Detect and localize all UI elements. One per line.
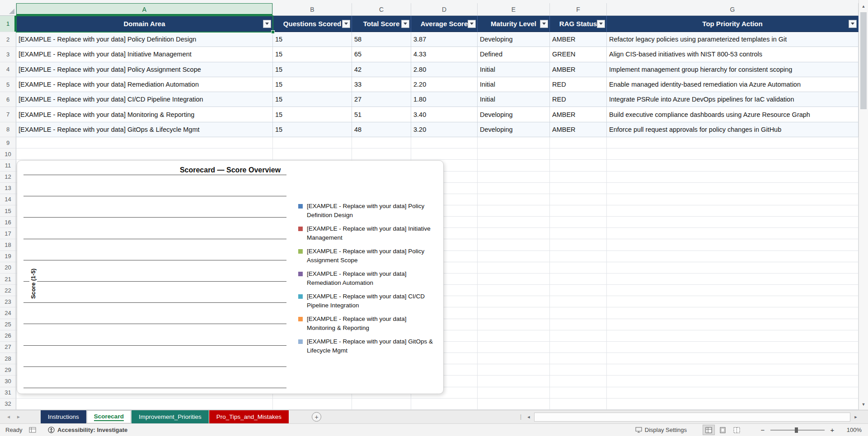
column-header-G[interactable]: G <box>607 3 859 15</box>
cell-F6[interactable]: RED <box>550 92 607 107</box>
cell-E12[interactable] <box>478 172 550 183</box>
row-header-22[interactable]: 22 <box>0 285 16 296</box>
row-header-16[interactable]: 16 <box>0 217 16 228</box>
cell-E23[interactable] <box>478 296 550 307</box>
legend-entry[interactable]: [EXAMPLE - Replace with your data] Monit… <box>298 315 436 333</box>
cell-F25[interactable] <box>550 319 607 330</box>
cell-E13[interactable] <box>478 183 550 194</box>
new-sheet-button[interactable]: + <box>312 412 321 422</box>
cell-F16[interactable] <box>550 217 607 228</box>
cell-F2[interactable]: AMBER <box>550 32 607 47</box>
cell-F7[interactable]: AMBER <box>550 107 607 122</box>
cell-E26[interactable] <box>478 330 550 342</box>
cell-D10[interactable] <box>411 148 478 160</box>
cell-E29[interactable] <box>478 364 550 376</box>
row-header-9[interactable]: 9 <box>0 137 16 148</box>
cell-D1[interactable]: Average Score <box>411 16 478 32</box>
cell-G21[interactable] <box>607 274 859 285</box>
zoom-slider-thumb[interactable] <box>795 427 798 433</box>
scroll-left-icon[interactable]: ◄ <box>524 413 533 422</box>
cell-F1[interactable]: RAG Status <box>550 16 607 32</box>
cell-B8[interactable]: 15 <box>273 122 352 137</box>
cell-E8[interactable]: Developing <box>478 122 550 137</box>
cell-F15[interactable] <box>550 205 607 217</box>
row-header-13[interactable]: 13 <box>0 183 16 194</box>
zoom-slider[interactable] <box>770 430 825 431</box>
cell-C1[interactable]: Total Score <box>352 16 411 32</box>
scroll-down-icon[interactable]: ▼ <box>859 400 868 409</box>
cell-G25[interactable] <box>607 319 859 330</box>
cell-F28[interactable] <box>550 353 607 364</box>
cell-E1[interactable]: Maturity Level <box>478 16 550 32</box>
cell-F18[interactable] <box>550 239 607 250</box>
cell-G22[interactable] <box>607 285 859 296</box>
row-header-19[interactable]: 19 <box>0 251 16 262</box>
cell-G14[interactable] <box>607 194 859 205</box>
row-header-28[interactable]: 28 <box>0 353 16 364</box>
cell-B7[interactable]: 15 <box>273 107 352 122</box>
row-header-5[interactable]: 5 <box>0 77 16 92</box>
row-header-29[interactable]: 29 <box>0 364 16 376</box>
cell-C8[interactable]: 48 <box>352 122 411 137</box>
cell-C2[interactable]: 58 <box>352 32 411 47</box>
cell-G24[interactable] <box>607 307 859 319</box>
cell-G32[interactable] <box>607 399 859 410</box>
cell-D32[interactable] <box>411 399 478 410</box>
page-break-view-icon[interactable] <box>731 425 742 435</box>
cell-C10[interactable] <box>352 148 411 160</box>
cell-C9[interactable] <box>352 137 411 148</box>
horizontal-scrollbar[interactable] <box>534 413 850 422</box>
cell-A2[interactable]: [EXAMPLE - Replace with your data] Polic… <box>16 32 273 47</box>
cell-E20[interactable] <box>478 262 550 274</box>
cell-G10[interactable] <box>607 148 859 160</box>
row-header-2[interactable]: 2 <box>0 32 16 47</box>
legend-entry[interactable]: [EXAMPLE - Replace with your data] Initi… <box>298 224 436 242</box>
cell-D9[interactable] <box>411 137 478 148</box>
cell-C32[interactable] <box>352 399 411 410</box>
legend-entry[interactable]: [EXAMPLE - Replace with your data] Polic… <box>298 247 436 265</box>
row-header-27[interactable]: 27 <box>0 342 16 353</box>
normal-view-icon[interactable] <box>703 425 714 435</box>
row-header-32[interactable]: 32 <box>0 399 16 410</box>
cell-E14[interactable] <box>478 194 550 205</box>
filter-dropdown-icon[interactable] <box>468 20 476 28</box>
sheet-tab-improvement-priorities[interactable]: Improvement_Priorities <box>131 410 209 423</box>
cell-G19[interactable] <box>607 251 859 262</box>
cell-E2[interactable]: Developing <box>478 32 550 47</box>
cell-F29[interactable] <box>550 364 607 376</box>
cell-G26[interactable] <box>607 330 859 342</box>
cell-B9[interactable] <box>273 137 352 148</box>
row-header-24[interactable]: 24 <box>0 307 16 319</box>
cell-F13[interactable] <box>550 183 607 194</box>
cell-E30[interactable] <box>478 376 550 387</box>
row-header-11[interactable]: 11 <box>0 160 16 171</box>
cell-F32[interactable] <box>550 399 607 410</box>
legend-entry[interactable]: [EXAMPLE - Replace with your data] CI/CD… <box>298 292 436 310</box>
cell-G12[interactable] <box>607 172 859 183</box>
cell-E31[interactable] <box>478 387 550 399</box>
cell-F19[interactable] <box>550 251 607 262</box>
tab-scroll-left-icon[interactable]: ◄ <box>6 414 11 419</box>
cell-A9[interactable] <box>16 137 273 148</box>
cell-G1[interactable]: Top Priority Action <box>607 16 859 32</box>
cell-F11[interactable] <box>550 160 607 171</box>
cell-E6[interactable]: Initial <box>478 92 550 107</box>
row-header-6[interactable]: 6 <box>0 92 16 107</box>
cell-E11[interactable] <box>478 160 550 171</box>
cell-F31[interactable] <box>550 387 607 399</box>
cell-G23[interactable] <box>607 296 859 307</box>
macro-record-icon[interactable] <box>29 427 36 433</box>
cell-E18[interactable] <box>478 239 550 250</box>
row-header-23[interactable]: 23 <box>0 296 16 307</box>
cell-F24[interactable] <box>550 307 607 319</box>
legend-entry[interactable]: [EXAMPLE - Replace with your data] GitOp… <box>298 337 436 355</box>
horizontal-scroll-thumb[interactable] <box>535 413 850 421</box>
cell-C6[interactable]: 27 <box>352 92 411 107</box>
scrollbar-resize-handle[interactable]: ⋮ <box>518 413 524 420</box>
cell-F10[interactable] <box>550 148 607 160</box>
cell-D3[interactable]: 4.33 <box>411 47 478 62</box>
column-header-C[interactable]: C <box>352 3 411 15</box>
cell-F23[interactable] <box>550 296 607 307</box>
zoom-in-button[interactable]: + <box>828 426 836 434</box>
cell-D2[interactable]: 3.87 <box>411 32 478 47</box>
